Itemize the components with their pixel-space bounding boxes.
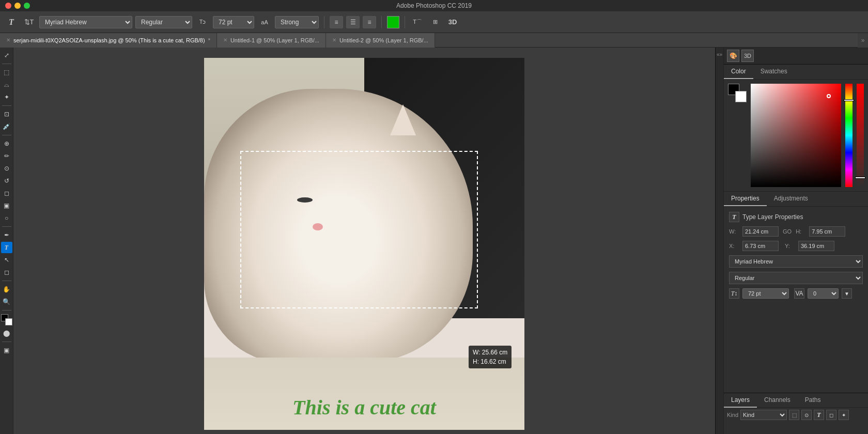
kind-select[interactable]: Kind Name Effect Mode Attribute Color Sm…	[740, 410, 787, 420]
separator-1	[324, 16, 324, 28]
crop-tool[interactable]: ⊡	[1, 109, 12, 120]
prop-font-style-row: Regular	[729, 272, 863, 284]
layer-filter-type[interactable]: T	[814, 410, 824, 420]
align-left-button[interactable]: ≡	[330, 16, 343, 28]
prop-font-style-select[interactable]: Regular	[729, 272, 863, 284]
canvas-container[interactable]: This is a cute cat W: 25.66 cm H: 16.62 …	[204, 58, 524, 430]
prop-size-select[interactable]: 72 pt	[742, 288, 789, 299]
channels-tab[interactable]: Channels	[757, 393, 798, 408]
layer-filter-pixel[interactable]: ⬚	[789, 410, 799, 420]
separator-3	[405, 16, 405, 28]
paths-tab[interactable]: Paths	[798, 393, 828, 408]
canvas-image: This is a cute cat W: 25.66 cm H: 16.62 …	[204, 58, 524, 430]
text-tool-icon[interactable]: T	[4, 15, 19, 29]
y-value[interactable]: 36.19 cm	[798, 241, 834, 251]
tab-3[interactable]: ✕ Untitled-2 @ 50% (Layer 1, RGB/...	[326, 33, 435, 48]
color-tab[interactable]: Color	[724, 65, 753, 79]
color-panel: Color Swatches	[724, 65, 868, 191]
move-tool[interactable]: ⤢	[1, 50, 12, 61]
properties-panel: Properties Adjustments T Type Layer Prop…	[724, 191, 868, 393]
tab-1-close[interactable]: ✕	[6, 37, 10, 43]
properties-tab[interactable]: Properties	[724, 192, 767, 206]
prop-tabs: Properties Adjustments	[724, 192, 868, 207]
character-panel-icon[interactable]: ⊞	[428, 15, 442, 29]
tab-1[interactable]: ✕ serjan-midili-t0XQ2ASOIZA-unsplash.jpg…	[0, 33, 217, 48]
tabs-collapse[interactable]: »	[858, 33, 868, 48]
right-panel: 🎨 3D Color Swatches	[723, 48, 868, 434]
prop-font-family-row: Myriad Hebrew	[729, 255, 863, 268]
prop-tracking-select[interactable]: 0	[808, 288, 839, 299]
color-picker-gradient[interactable]	[751, 84, 841, 187]
color-swatch-toolbar[interactable]	[387, 16, 399, 28]
prop-font-family-select[interactable]: Myriad Hebrew	[729, 255, 863, 268]
healing-tool[interactable]: ⊕	[1, 138, 12, 149]
3d-icon[interactable]: 3D	[445, 15, 460, 29]
maximize-button[interactable]	[24, 3, 30, 9]
adjustments-tab[interactable]: Adjustments	[767, 192, 815, 206]
eyedropper-tool[interactable]: 💉	[1, 121, 12, 132]
collapse-icon: «»	[717, 52, 722, 57]
panel-icon-color[interactable]: 🎨	[727, 50, 739, 62]
dodge-tool[interactable]: ○	[1, 212, 12, 224]
tracking-down[interactable]: ▼	[842, 288, 852, 299]
hue-slider[interactable]	[845, 84, 853, 187]
layer-filter-shape[interactable]: ◻	[826, 410, 836, 420]
minimize-button[interactable]	[14, 3, 21, 9]
tab-2-close[interactable]: ✕	[223, 37, 227, 43]
font-size-icon[interactable]: Tↄ	[195, 15, 210, 29]
swatch-stack[interactable]	[728, 84, 747, 102]
align-center-button[interactable]: ☰	[346, 16, 360, 28]
clone-tool[interactable]: ⊙	[1, 163, 12, 174]
screen-mode-tool[interactable]: ▣	[1, 345, 12, 356]
layers-tabs: Layers Channels Paths	[724, 393, 868, 408]
layer-filter-smart[interactable]: ✦	[839, 410, 849, 420]
anti-alias-select[interactable]: Strong	[275, 16, 319, 28]
lasso-tool[interactable]: ⌓	[1, 79, 12, 90]
quick-mask-tool[interactable]: ⬤	[1, 328, 12, 339]
gradient-tool[interactable]: ▣	[1, 200, 12, 211]
path-selection-tool[interactable]: ↖	[1, 254, 12, 266]
y-label: Y:	[785, 243, 795, 249]
text-orientation-icon[interactable]: ⇅T	[22, 15, 36, 29]
prop-wh-row: W: 21.24 cm GO H: 7.95 cm	[729, 226, 863, 237]
close-button[interactable]	[5, 3, 11, 9]
warp-text-icon[interactable]: T⌒	[410, 15, 425, 29]
cat-text-layer: This is a cute cat	[292, 395, 436, 420]
eraser-tool[interactable]: ◻	[1, 188, 12, 199]
aa-icon[interactable]: aA	[257, 15, 272, 29]
hue-slider-thumb[interactable]	[844, 99, 854, 101]
selection-tool[interactable]: ⬚	[1, 67, 12, 78]
layer-filter-adjust[interactable]: ⊙	[801, 410, 812, 420]
swatches-tab[interactable]: Swatches	[753, 65, 795, 79]
layers-tab[interactable]: Layers	[724, 393, 757, 408]
prop-size-tracking-row: T↕ 72 pt VA 0 ▼	[729, 288, 863, 299]
brush-tool[interactable]: ✏	[1, 150, 12, 162]
pen-tool[interactable]: ✒	[1, 229, 12, 241]
shape-tool[interactable]: ◻	[1, 267, 12, 278]
tab-3-close[interactable]: ✕	[332, 37, 336, 43]
hand-tool[interactable]: ✋	[1, 284, 12, 295]
width-label: W: 25.66 cm	[473, 348, 507, 357]
x-value[interactable]: 6.73 cm	[742, 241, 779, 251]
align-right-button[interactable]: ≡	[363, 16, 376, 28]
alpha-slider-thumb[interactable]	[855, 177, 865, 179]
font-style-select[interactable]: Regular	[135, 16, 192, 28]
type-tool[interactable]: T	[1, 242, 12, 253]
tabs-bar: ✕ serjan-midili-t0XQ2ASOIZA-unsplash.jpg…	[0, 33, 868, 48]
type-icon: T	[729, 212, 739, 222]
magic-wand-tool[interactable]: ✦	[1, 91, 12, 103]
right-collapse[interactable]: «»	[715, 48, 723, 434]
traffic-lights	[5, 3, 30, 9]
font-family-select[interactable]: Myriad Hebrew	[39, 16, 132, 28]
history-tool[interactable]: ↺	[1, 175, 12, 187]
foreground-background[interactable]	[1, 314, 12, 326]
w-value[interactable]: 21.24 cm	[742, 226, 779, 237]
zoom-tool[interactable]: 🔍	[1, 296, 12, 307]
tab-2[interactable]: ✕ Untitled-1 @ 50% (Layer 1, RGB/...	[217, 33, 326, 48]
panel-icon-3d[interactable]: 3D	[741, 50, 754, 62]
go-label[interactable]: GO	[783, 228, 792, 235]
h-value[interactable]: 7.95 cm	[809, 226, 845, 237]
alpha-slider[interactable]	[857, 84, 864, 187]
font-size-select[interactable]: 72 pt	[213, 16, 254, 28]
background-swatch[interactable]	[735, 91, 747, 102]
